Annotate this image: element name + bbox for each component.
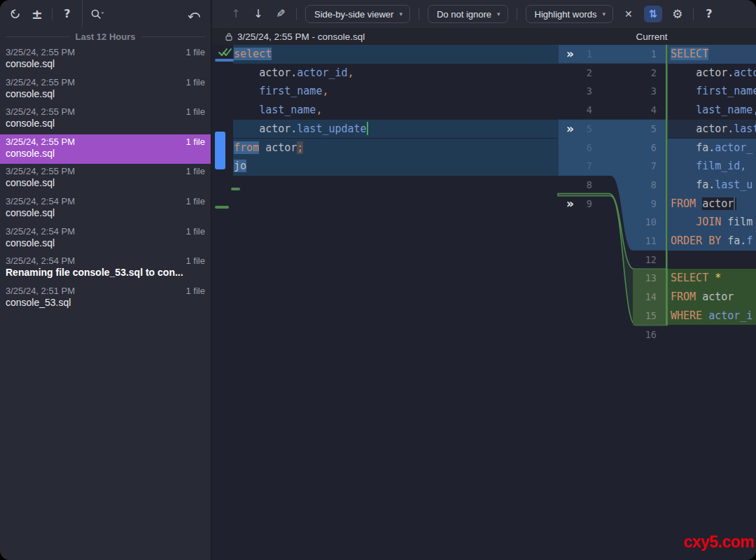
history-toolbar: ± ?	[0, 0, 211, 28]
list-item[interactable]: 3/25/24, 2:54 PM1 fileconsole.sql	[0, 224, 211, 254]
edit-icon[interactable]: ✎	[274, 6, 288, 22]
sync-scrolling-toggle[interactable]: ⇅	[644, 6, 662, 22]
code-line[interactable]: last_name,	[234, 101, 322, 120]
code-token: last_update	[297, 122, 366, 135]
code-token: WHERE	[671, 309, 702, 322]
entry-timestamp: 3/25/24, 2:55 PM	[6, 106, 75, 117]
code-line[interactable]: actor.last_update	[671, 120, 756, 139]
code-token: actor	[702, 197, 734, 210]
list-item[interactable]: 3/25/24, 2:54 PM1 fileRenaming file cons…	[0, 253, 211, 284]
line-number: 2	[631, 64, 657, 83]
entry-timestamp: 3/25/24, 2:55 PM	[6, 166, 75, 176]
code-line[interactable]: first_name,	[234, 82, 328, 101]
change-marker-underline	[215, 59, 234, 62]
code-line[interactable]: SELECT *	[671, 269, 721, 288]
search-icon[interactable]	[90, 8, 105, 20]
list-item[interactable]: 3/25/24, 2:51 PM1 fileconsole_53.sql	[0, 284, 211, 314]
apply-change-chevron-icon[interactable]: »	[566, 120, 574, 139]
code-line[interactable]: FROM actor	[671, 195, 735, 214]
changed-range-marker[interactable]	[215, 132, 225, 169]
code-token: film_id,	[696, 160, 746, 172]
text-caret	[367, 122, 368, 135]
previous-change-icon[interactable]: ↑	[229, 6, 243, 22]
code-line[interactable]: from actor;	[234, 139, 303, 158]
diff-line-background	[233, 45, 559, 64]
code-token: first_name	[259, 85, 322, 97]
entry-timestamp: 3/25/24, 2:55 PM	[6, 77, 75, 88]
code-line[interactable]: fa.actor_	[671, 139, 752, 158]
code-line[interactable]: jo	[234, 157, 246, 176]
list-item[interactable]: 3/25/24, 2:55 PM1 fileconsole.sql	[0, 104, 211, 134]
left-pane-title-text: 3/25/24, 2:55 PM - console.sql	[237, 31, 365, 42]
ignore-policy-dropdown[interactable]: Do not ignore ▾	[428, 5, 508, 23]
code-token: select	[234, 48, 272, 60]
code-line[interactable]: film_id,	[671, 157, 746, 176]
code-token: SELECT	[671, 48, 708, 60]
code-line[interactable]: actor.actor_id,	[671, 64, 756, 83]
code-line[interactable]: ORDER BY fa.f	[671, 232, 752, 251]
code-line[interactable]: fa.last_u	[671, 176, 752, 195]
list-item[interactable]: 3/25/24, 2:54 PM1 fileconsole.sql	[0, 194, 211, 224]
code-token: ORDER BY	[671, 234, 721, 247]
entry-timestamp: 3/25/24, 2:55 PM	[6, 47, 75, 57]
entry-file-count: 1 file	[186, 136, 205, 147]
code-token: FROM	[671, 290, 696, 303]
code-token	[721, 216, 727, 228]
entry-label: console.sql	[6, 58, 205, 69]
line-number: 3	[570, 82, 592, 101]
line-number: 4	[570, 101, 592, 120]
line-number: 8	[570, 176, 592, 195]
entry-label: console.sql	[6, 237, 205, 248]
list-item[interactable]: 3/25/24, 2:55 PM1 fileconsole.sql	[0, 164, 211, 194]
code-token: ,	[316, 104, 322, 116]
search-field[interactable]	[83, 0, 211, 28]
code-token	[234, 85, 259, 97]
help-icon[interactable]: ?	[702, 6, 716, 22]
code-token	[671, 141, 696, 154]
help-icon[interactable]: ?	[60, 6, 74, 22]
code-token: actor.	[259, 122, 297, 135]
entry-timestamp: 3/25/24, 2:54 PM	[6, 196, 75, 206]
line-number: 13	[631, 269, 657, 288]
next-change-icon[interactable]: ↓	[251, 6, 265, 22]
diff-header: 3/25/24, 2:55 PM - console.sql Current	[212, 28, 756, 45]
code-token: actor_	[715, 141, 752, 154]
revert-icon[interactable]	[8, 6, 22, 22]
undo-arrow-icon	[9, 8, 22, 20]
highlight-mode-dropdown[interactable]: Highlight words ▾	[526, 5, 613, 23]
code-line[interactable]: FROM actor	[671, 288, 734, 307]
collapse-unchanged-icon[interactable]: ✕	[622, 6, 636, 22]
viewer-mode-dropdown[interactable]: Side-by-side viewer ▾	[305, 5, 410, 23]
apply-change-chevron-icon[interactable]: »	[566, 195, 574, 214]
line-number: 15	[631, 307, 657, 326]
group-label: Last 12 Hours	[76, 31, 136, 42]
apply-change-chevron-icon[interactable]: »	[566, 45, 574, 64]
code-line[interactable]: SELECT	[671, 45, 708, 64]
code-token	[671, 178, 696, 191]
code-token: from	[234, 141, 259, 154]
code-line[interactable]: WHERE actor_i	[671, 307, 752, 326]
left-pane[interactable]: select actor.actor_id, first_name, last_…	[218, 45, 559, 560]
history-list: 3/25/24, 2:55 PM1 fileconsole.sql3/25/24…	[0, 45, 211, 313]
right-pane[interactable]: SELECT actor.actor_id, first_name, last_…	[666, 45, 756, 560]
code-line[interactable]: actor.last_update	[234, 120, 368, 139]
entry-label: console.sql	[6, 118, 205, 129]
gear-icon[interactable]: ⚙	[671, 6, 685, 22]
code-token	[671, 160, 696, 172]
list-item[interactable]: 3/25/24, 2:55 PM1 fileconsole.sql	[0, 45, 211, 75]
code-line[interactable]: last_name,	[671, 101, 756, 120]
diff-main: ↑ ↓ ✎ Side-by-side viewer ▾ Do not ignor…	[212, 0, 756, 560]
code-line[interactable]: actor.actor_id,	[234, 64, 354, 83]
code-line[interactable]: first_name,	[671, 82, 756, 101]
rollback-arrow-icon[interactable]	[187, 6, 202, 22]
code-line[interactable]: JOIN film	[671, 213, 752, 232]
entry-file-count: 1 file	[186, 77, 205, 88]
create-patch-icon[interactable]: ±	[30, 6, 44, 22]
entry-timestamp: 3/25/24, 2:54 PM	[6, 226, 75, 237]
code-token: actor.	[696, 122, 734, 135]
list-item[interactable]: 3/25/24, 2:55 PM1 fileconsole.sql	[0, 75, 211, 105]
code-line[interactable]: select	[234, 45, 272, 64]
ignore-policy-label: Do not ignore	[437, 9, 491, 20]
code-token: actor.	[696, 66, 734, 79]
list-item[interactable]: 3/25/24, 2:55 PM1 fileconsole.sql	[0, 134, 211, 164]
